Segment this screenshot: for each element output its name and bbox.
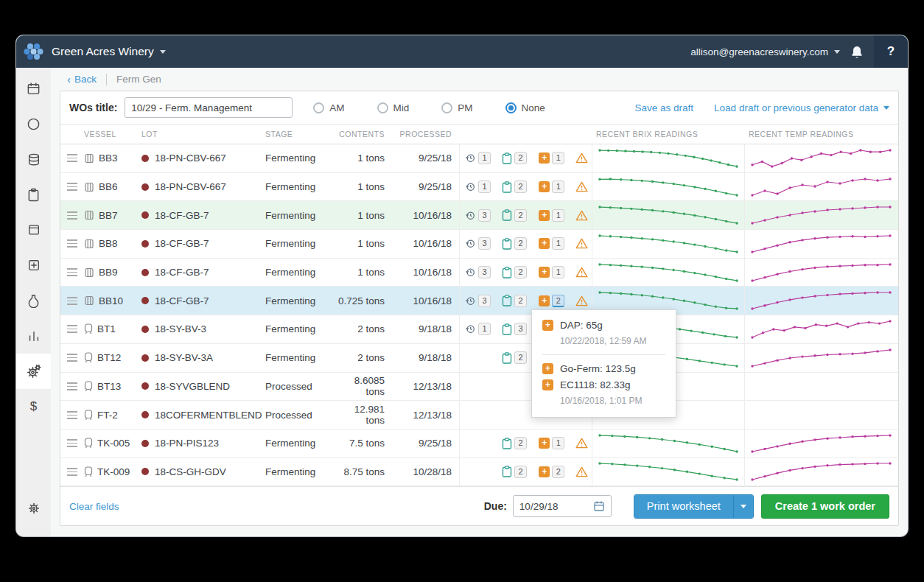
additions-count-badge[interactable]: 1: [552, 152, 564, 164]
warning-triangle-icon[interactable]: [575, 238, 588, 249]
drag-handle[interactable]: [60, 201, 84, 229]
clear-fields-link[interactable]: Clear fields: [69, 501, 119, 512]
history-icon[interactable]: [465, 152, 476, 164]
user-chevron-down-icon[interactable]: [834, 50, 840, 54]
drag-handle[interactable]: [60, 315, 84, 343]
additions-plus-icon[interactable]: +: [539, 238, 550, 249]
warning-triangle-icon[interactable]: [575, 466, 588, 477]
table-row[interactable]: BB6 18-PN-CBV-667 Fermenting 1 tons 9/25…: [60, 173, 898, 202]
create-work-order-button[interactable]: Create 1 work order: [761, 494, 889, 519]
additions-count-badge[interactable]: 2: [552, 466, 564, 478]
notifications-button[interactable]: [840, 35, 874, 68]
sidebar-item-chart[interactable]: [16, 318, 51, 354]
notes-clipboard-icon[interactable]: [502, 152, 512, 164]
notes-clipboard-icon[interactable]: [502, 267, 512, 278]
winery-chevron-down-icon[interactable]: [160, 50, 166, 54]
shift-radio-pm[interactable]: PM: [441, 102, 472, 113]
additions-count-badge[interactable]: 1: [552, 209, 564, 222]
additions-plus-icon[interactable]: +: [539, 181, 550, 192]
table-row[interactable]: BB8 18-CF-GB-7 Fermenting 1 tons 10/16/1…: [60, 230, 898, 259]
notes-count-badge[interactable]: 2: [514, 351, 527, 364]
history-icon[interactable]: [465, 295, 476, 306]
sidebar-item-clipboard[interactable]: [16, 177, 51, 212]
notes-clipboard-icon[interactable]: [502, 238, 512, 250]
additions-plus-icon[interactable]: +: [539, 210, 550, 221]
sidebar-item-tanks[interactable]: [16, 141, 51, 177]
warning-triangle-icon[interactable]: [575, 267, 588, 278]
drag-handle[interactable]: [60, 230, 84, 258]
table-row[interactable]: BT13 18-SYVGBLEND Processed 8.6085 tons …: [60, 373, 898, 402]
calendar-icon[interactable]: [593, 500, 605, 512]
drag-handle[interactable]: [60, 373, 84, 401]
winery-name[interactable]: Green Acres Winery: [52, 45, 154, 58]
additions-plus-icon[interactable]: +: [539, 466, 550, 477]
notes-clipboard-icon[interactable]: [502, 209, 512, 221]
table-row[interactable]: BB9 18-CF-GB-7 Fermenting 1 tons 10/16/1…: [60, 259, 898, 287]
shift-radio-mid[interactable]: Mid: [377, 102, 410, 113]
notes-count-badge[interactable]: 2: [514, 209, 527, 222]
history-count-badge[interactable]: 3: [478, 266, 491, 278]
back-link[interactable]: ‹ Back: [67, 73, 97, 85]
warning-triangle-icon[interactable]: [575, 295, 588, 306]
history-count-badge[interactable]: 1: [478, 323, 491, 335]
history-count-badge[interactable]: 1: [478, 152, 491, 164]
warning-triangle-icon[interactable]: [575, 438, 588, 449]
notes-count-badge[interactable]: 2: [514, 295, 527, 307]
drag-handle[interactable]: [60, 259, 84, 287]
notes-count-badge[interactable]: 2: [514, 180, 527, 193]
sidebar-item-dollar[interactable]: $: [16, 389, 51, 424]
history-count-badge[interactable]: 3: [478, 237, 491, 250]
print-options-dropdown[interactable]: [733, 495, 753, 518]
due-date-input[interactable]: 10/29/18: [513, 495, 612, 517]
notes-count-badge[interactable]: 2: [514, 266, 527, 278]
sidebar-item-gears[interactable]: [16, 354, 51, 389]
drag-handle[interactable]: [60, 144, 84, 172]
table-row[interactable]: FT-2 18COFERMENTBLEND Processed 12.981 t…: [60, 401, 898, 430]
drag-handle[interactable]: [60, 344, 84, 372]
user-email[interactable]: allison@greenacreswinery.com: [690, 46, 828, 57]
history-count-badge[interactable]: 3: [478, 295, 491, 307]
help-button[interactable]: ?: [874, 35, 908, 68]
additions-count-badge[interactable]: 1: [552, 237, 564, 250]
notes-count-badge[interactable]: 2: [514, 437, 527, 449]
notes-clipboard-icon[interactable]: [502, 295, 512, 306]
notes-count-badge[interactable]: 3: [514, 323, 527, 335]
additions-plus-icon[interactable]: +: [539, 267, 550, 278]
sidebar-item-add[interactable]: [16, 248, 51, 283]
additions-plus-icon[interactable]: +: [539, 438, 550, 449]
additions-count-badge[interactable]: 2: [552, 295, 564, 307]
warning-triangle-icon[interactable]: [575, 181, 588, 192]
sidebar-item-carboy[interactable]: [16, 283, 51, 318]
load-draft-link[interactable]: Load draft or previous generator data: [714, 102, 889, 113]
wos-title-input[interactable]: [125, 97, 293, 118]
table-row[interactable]: BB7 18-CF-GB-7 Fermenting 1 tons 10/16/1…: [60, 201, 898, 230]
additions-plus-icon[interactable]: +: [539, 295, 550, 306]
table-row[interactable]: BB10 18-CF-GB-7 Fermenting 0.725 tons 10…: [60, 287, 898, 315]
history-icon[interactable]: [465, 267, 476, 278]
sidebar-item-bin[interactable]: [16, 212, 51, 248]
drag-handle[interactable]: [60, 173, 84, 201]
history-count-badge[interactable]: 1: [478, 180, 491, 193]
notes-count-badge[interactable]: 2: [514, 466, 527, 478]
notes-count-badge[interactable]: 2: [514, 237, 527, 250]
notes-clipboard-icon[interactable]: [502, 323, 512, 335]
history-icon[interactable]: [465, 181, 476, 192]
additions-count-badge[interactable]: 1: [552, 266, 564, 278]
warning-triangle-icon[interactable]: [575, 210, 588, 221]
table-row[interactable]: TK-005 18-PN-PIS123 Fermenting 7.5 tons …: [60, 430, 898, 458]
history-icon[interactable]: [465, 238, 476, 249]
table-row[interactable]: TK-009 18-CS-GH-GDV Fermenting 8.75 tons…: [60, 458, 898, 487]
drag-handle[interactable]: [60, 287, 84, 315]
table-row[interactable]: BT1 18-SY-BV-3 Fermenting 2 tons 9/18/18…: [60, 315, 898, 344]
notes-clipboard-icon[interactable]: [502, 466, 512, 477]
notes-clipboard-icon[interactable]: [502, 181, 512, 193]
table-row[interactable]: BT12 18-SY-BV-3A Fermenting 2 tons 9/18/…: [60, 344, 898, 373]
drag-handle[interactable]: [60, 401, 84, 429]
notes-clipboard-icon[interactable]: [502, 352, 512, 364]
save-as-draft-link[interactable]: Save as draft: [635, 102, 694, 113]
additions-count-badge[interactable]: 1: [552, 437, 564, 449]
sidebar-item-settings[interactable]: [16, 491, 51, 526]
history-icon[interactable]: [465, 323, 476, 334]
history-icon[interactable]: [465, 210, 476, 221]
history-count-badge[interactable]: 3: [478, 209, 491, 222]
